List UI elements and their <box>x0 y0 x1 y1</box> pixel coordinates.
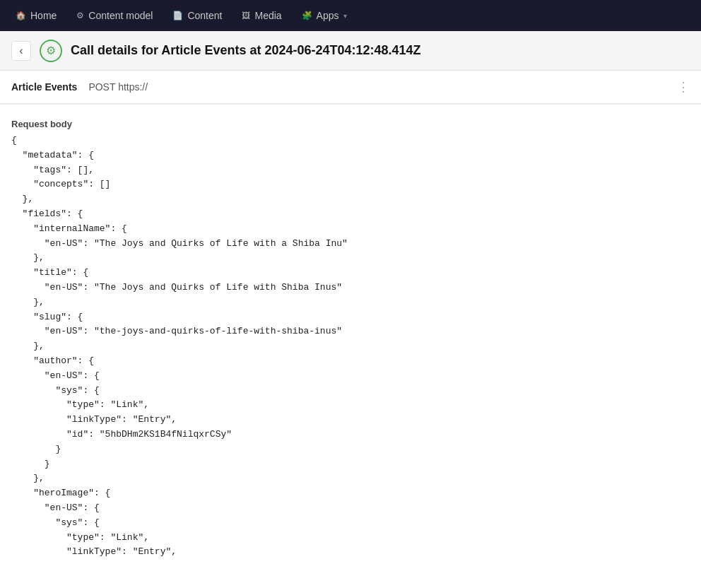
code-block: { "metadata": { "tags": [], "concepts": … <box>0 134 701 571</box>
page-header: ‹ ⚙ Call details for Article Events at 2… <box>0 31 701 71</box>
event-name-label: Article Events <box>11 81 77 93</box>
nav-home[interactable]: 🏠 Home <box>8 6 64 25</box>
apps-icon: 🧩 <box>302 11 312 20</box>
request-body-label: Request body <box>0 110 701 134</box>
method-url: POST https:// <box>88 81 148 93</box>
top-navigation: 🏠 Home ⚙ Content model 📄 Content 🖼 Media… <box>0 0 701 31</box>
nav-content-model[interactable]: ⚙ Content model <box>69 6 160 25</box>
info-bar: Article Events POST https:// ⋮ <box>0 71 701 104</box>
nav-apps[interactable]: 🧩 Apps ▾ <box>295 6 354 25</box>
nav-home-label: Home <box>30 10 57 21</box>
page-title: Call details for Article Events at 2024-… <box>71 43 421 58</box>
content-icon: 📄 <box>172 11 183 20</box>
nav-content-label: Content <box>187 10 222 21</box>
nav-content[interactable]: 📄 Content <box>165 6 229 25</box>
nav-apps-label: Apps <box>317 10 339 21</box>
apps-chevron-icon: ▾ <box>343 12 347 20</box>
nav-media-label: Media <box>254 10 281 21</box>
gear-icon: ⚙ <box>40 40 62 62</box>
content-model-icon: ⚙ <box>76 11 84 20</box>
divider <box>0 104 701 105</box>
nav-content-model-label: Content model <box>88 10 153 21</box>
nav-media[interactable]: 🖼 Media <box>235 6 288 25</box>
back-icon: ‹ <box>19 45 23 57</box>
more-options-icon[interactable]: ⋮ <box>677 79 690 95</box>
back-button[interactable]: ‹ <box>11 41 31 61</box>
media-icon: 🖼 <box>242 11 250 20</box>
home-icon: 🏠 <box>16 11 26 20</box>
